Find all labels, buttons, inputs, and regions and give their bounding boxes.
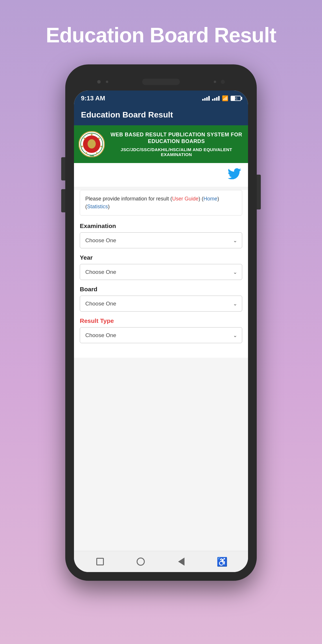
sensor-dot-right [214,81,216,83]
home-icon [137,558,145,566]
nav-accessibility-button[interactable]: ♿ [217,556,227,567]
form-section: Please provide information for result (U… [74,190,248,358]
banner-subtitle: JSC/JDC/SSC/DAKHIL/HSC/ALIM AND EQUIVALE… [109,147,243,157]
svg-point-4 [91,134,93,135]
phone-notch [74,73,248,91]
bar3b [216,97,218,101]
board-select[interactable]: Choose One [80,296,242,311]
svg-text:সরকার: সরকার [90,155,94,157]
svg-point-9 [81,146,83,147]
front-camera-right [221,80,225,84]
banner-title: WEB BASED RESULT PUBLICATION SYSTEM FOR … [109,131,243,145]
status-time: 9:13 AM [81,95,105,102]
user-guide-link[interactable]: User Guide [172,196,198,202]
page-title: Education Board Result [46,23,276,47]
result-type-select-wrapper[interactable]: Choose One ⌄ [80,327,242,343]
examination-label: Examination [80,222,242,229]
home-link[interactable]: Home [203,196,217,202]
accessibility-icon: ♿ [217,557,227,567]
nav-back-button[interactable] [176,556,187,567]
year-field-group: Year Choose One ⌄ [80,254,242,280]
board-label: Board [80,286,242,293]
bar1 [202,99,204,101]
examination-field-group: Examination Choose One ⌄ [80,222,242,248]
result-type-field-group: Result Type Choose One ⌄ [80,317,242,343]
back-icon [178,558,184,566]
svg-point-10 [84,138,85,139]
info-text: Please provide information for result ( [85,196,172,202]
twitter-section [74,163,248,187]
power-button[interactable] [257,175,261,209]
svg-point-8 [86,152,87,154]
app-header-title: Education Board Result [81,110,173,119]
svg-point-7 [96,152,98,154]
result-type-select[interactable]: Choose One [80,328,242,343]
bar4 [208,96,210,101]
svg-point-6 [100,146,102,147]
svg-point-5 [98,138,100,139]
battery-tip [241,97,242,100]
info-box: Please provide information for result (U… [80,190,242,216]
nav-recents-button[interactable] [95,556,105,567]
nav-home-button[interactable] [135,556,146,567]
twitter-icon[interactable] [228,168,241,182]
bottom-nav: ♿ [74,551,248,572]
year-select[interactable]: Choose One [80,264,242,280]
recents-icon [96,558,104,565]
board-select-wrapper[interactable]: Choose One ⌄ [80,296,242,312]
svg-point-3 [88,139,96,149]
result-type-label: Result Type [80,317,242,324]
battery-text: 41 [231,97,240,100]
front-camera-left [97,80,101,84]
bar3 [206,97,208,101]
volume-down-button[interactable] [61,189,65,212]
signal-bars-2 [212,96,220,101]
phone-mockup: 9:13 AM 📶 41 [65,64,257,581]
wifi-icon: 📶 [222,95,228,102]
bar2b [214,98,216,101]
status-bar: 9:13 AM 📶 41 [74,91,248,105]
examination-select-wrapper[interactable]: Choose One ⌄ [80,232,242,248]
app-header: Education Board Result [74,105,248,125]
sensor-dot-left [106,81,108,83]
banner-logo: সরকার [79,131,105,157]
content-area: Please provide information for result (U… [74,163,248,551]
examination-select[interactable]: Choose One [80,233,242,248]
battery-icon: 41 [231,96,241,101]
info-paren1: ) ( [198,196,203,202]
status-icons: 📶 41 [202,95,241,102]
earpiece-speaker [142,79,180,85]
board-field-group: Board Choose One ⌄ [80,286,242,312]
signal-bars-1 [202,96,210,101]
info-paren3: ) [108,204,110,209]
year-select-wrapper[interactable]: Choose One ⌄ [80,264,242,280]
bar2 [204,98,206,101]
bar4b [218,96,220,101]
volume-up-button[interactable] [61,157,65,180]
year-label: Year [80,254,242,261]
banner: সরকার WEB BASED RESULT PUBLICATION SYSTE… [74,125,248,163]
banner-text: WEB BASED RESULT PUBLICATION SYSTEM FOR … [109,131,243,157]
bar1b [212,99,214,101]
statistics-link[interactable]: Statistics [87,204,108,209]
phone-screen: 9:13 AM 📶 41 [74,91,248,572]
